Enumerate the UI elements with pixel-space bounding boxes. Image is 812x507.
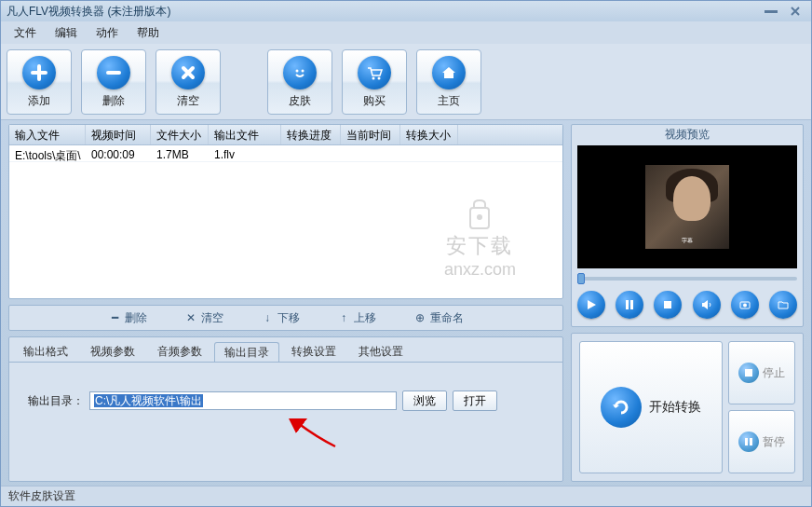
table-body[interactable]: E:\tools\桌面\ 00:00:09 1.7MB 1.flv 安下载 an… bbox=[9, 145, 562, 298]
tab-format[interactable]: 输出格式 bbox=[13, 341, 78, 362]
clear-button[interactable]: 清空 bbox=[156, 49, 221, 115]
stop-small-icon bbox=[738, 363, 759, 383]
svg-rect-8 bbox=[630, 300, 633, 309]
seek-slider[interactable] bbox=[577, 270, 797, 287]
stop-button[interactable] bbox=[654, 291, 682, 319]
tab-content-outdir: 输出目录： C:\凡人视频软件\输出 浏览 打开 bbox=[9, 362, 562, 481]
table-header: 输入文件 视频时间 文件大小 输出文件 转换进度 当前时间 转换大小 bbox=[9, 125, 562, 145]
th-output[interactable]: 输出文件 bbox=[209, 125, 281, 144]
buy-button[interactable]: 购买 bbox=[342, 49, 407, 115]
stop-convert-button[interactable]: 停止 bbox=[728, 341, 795, 404]
menu-help[interactable]: 帮助 bbox=[131, 23, 165, 43]
statusbar: 软件皮肤设置 bbox=[1, 486, 811, 506]
browse-button[interactable]: 浏览 bbox=[402, 391, 447, 411]
svg-rect-5 bbox=[470, 208, 489, 228]
skin-label: 皮肤 bbox=[289, 93, 311, 109]
add-button[interactable]: 添加 bbox=[7, 49, 72, 115]
minus-icon bbox=[97, 56, 130, 89]
right-column: 视频预览 字幕 开始 bbox=[571, 124, 804, 482]
minimize-button[interactable] bbox=[761, 5, 781, 18]
svg-point-4 bbox=[378, 76, 381, 79]
x-small-icon: ✕ bbox=[184, 311, 197, 324]
arrow-down-icon: ↓ bbox=[261, 311, 274, 324]
home-button[interactable]: 主页 bbox=[416, 49, 481, 115]
toolbar: 添加 删除 清空 皮肤 购买 主页 bbox=[1, 44, 811, 120]
tab-audio[interactable]: 音频参数 bbox=[147, 341, 212, 362]
cart-icon bbox=[358, 56, 391, 89]
volume-button[interactable] bbox=[693, 291, 721, 319]
svg-point-3 bbox=[372, 76, 375, 79]
th-outsize[interactable]: 转换大小 bbox=[400, 125, 458, 144]
svg-rect-14 bbox=[750, 438, 752, 445]
tab-video[interactable]: 视频参数 bbox=[80, 341, 145, 362]
menu-edit[interactable]: 编辑 bbox=[49, 23, 83, 43]
home-label: 主页 bbox=[438, 93, 460, 109]
app-window: 凡人FLV视频转换器 (未注册版本) 文件 编辑 动作 帮助 添加 删除 清空 … bbox=[0, 0, 812, 507]
action-down[interactable]: ↓下移 bbox=[261, 310, 300, 326]
cell-size: 1.7MB bbox=[151, 145, 209, 161]
th-current[interactable]: 当前时间 bbox=[341, 125, 400, 144]
menu-action[interactable]: 动作 bbox=[90, 23, 124, 43]
action-delete[interactable]: ━删除 bbox=[108, 310, 147, 326]
cell-current bbox=[341, 145, 400, 161]
minus-small-icon: ━ bbox=[108, 311, 121, 324]
delete-label: 删除 bbox=[102, 93, 125, 109]
tab-convert[interactable]: 转换设置 bbox=[281, 341, 346, 362]
folder-button[interactable] bbox=[769, 291, 797, 319]
outdir-input[interactable]: C:\凡人视频软件\输出 bbox=[89, 391, 397, 410]
preview-panel: 视频预览 字幕 bbox=[571, 124, 804, 327]
video-thumbnail: 字幕 bbox=[645, 165, 729, 249]
action-rename[interactable]: ⊕重命名 bbox=[413, 310, 464, 326]
snapshot-button[interactable] bbox=[731, 291, 759, 319]
window-title: 凡人FLV视频转换器 (未注册版本) bbox=[7, 4, 757, 20]
th-progress[interactable]: 转换进度 bbox=[281, 125, 341, 144]
tabs-panel: 输出格式 视频参数 音频参数 输出目录 转换设置 其他设置 输出目录： C:\凡… bbox=[8, 336, 563, 482]
svg-rect-7 bbox=[626, 300, 629, 309]
left-column: 输入文件 视频时间 文件大小 输出文件 转换进度 当前时间 转换大小 E:\to… bbox=[8, 124, 563, 482]
tab-other[interactable]: 其他设置 bbox=[348, 341, 413, 362]
rename-icon: ⊕ bbox=[413, 311, 426, 324]
close-button[interactable] bbox=[785, 5, 805, 18]
menu-file[interactable]: 文件 bbox=[8, 23, 42, 43]
svg-rect-13 bbox=[745, 438, 748, 445]
tab-outdir[interactable]: 输出目录 bbox=[214, 342, 279, 363]
status-text: 软件皮肤设置 bbox=[8, 488, 75, 504]
x-icon bbox=[171, 56, 205, 89]
action-clear[interactable]: ✕清空 bbox=[184, 310, 223, 326]
pause-small-icon bbox=[738, 432, 759, 452]
watermark: 安下载 anxz.com bbox=[444, 195, 516, 280]
delete-button[interactable]: 删除 bbox=[81, 49, 146, 115]
table-row[interactable]: E:\tools\桌面\ 00:00:09 1.7MB 1.flv bbox=[9, 145, 562, 162]
clear-label: 清空 bbox=[177, 93, 199, 109]
file-table: 输入文件 视频时间 文件大小 输出文件 转换进度 当前时间 转换大小 E:\to… bbox=[8, 124, 563, 299]
skin-button[interactable]: 皮肤 bbox=[267, 49, 332, 115]
pause-convert-button[interactable]: 暂停 bbox=[728, 410, 795, 473]
start-convert-label: 开始转换 bbox=[649, 399, 701, 416]
open-button[interactable]: 打开 bbox=[453, 391, 497, 411]
outdir-label: 输出目录： bbox=[28, 393, 84, 409]
smile-icon bbox=[283, 56, 317, 89]
svg-point-1 bbox=[296, 69, 299, 72]
th-size[interactable]: 文件大小 bbox=[151, 125, 209, 144]
pause-button[interactable] bbox=[616, 291, 643, 319]
th-duration[interactable]: 视频时间 bbox=[86, 125, 151, 144]
titlebar: 凡人FLV视频转换器 (未注册版本) bbox=[1, 1, 811, 21]
home-icon bbox=[432, 56, 466, 89]
player-controls bbox=[577, 289, 797, 321]
cell-duration: 00:00:09 bbox=[86, 145, 151, 161]
play-button[interactable] bbox=[577, 291, 605, 319]
main-row: 输入文件 视频时间 文件大小 输出文件 转换进度 当前时间 转换大小 E:\to… bbox=[1, 120, 811, 486]
svg-point-2 bbox=[302, 69, 304, 72]
arrow-up-icon: ↑ bbox=[337, 311, 350, 324]
menubar: 文件 编辑 动作 帮助 bbox=[1, 21, 811, 44]
buy-label: 购买 bbox=[363, 93, 386, 109]
cell-output: 1.flv bbox=[209, 145, 281, 161]
action-up[interactable]: ↑上移 bbox=[337, 310, 376, 326]
cell-input: E:\tools\桌面\ bbox=[9, 145, 86, 161]
video-preview[interactable]: 字幕 bbox=[577, 145, 797, 268]
svg-point-11 bbox=[743, 304, 747, 308]
svg-rect-12 bbox=[745, 369, 752, 377]
th-input[interactable]: 输入文件 bbox=[9, 125, 86, 144]
convert-panel: 开始转换 停止 暂停 bbox=[571, 333, 804, 482]
start-convert-button[interactable]: 开始转换 bbox=[579, 341, 723, 473]
